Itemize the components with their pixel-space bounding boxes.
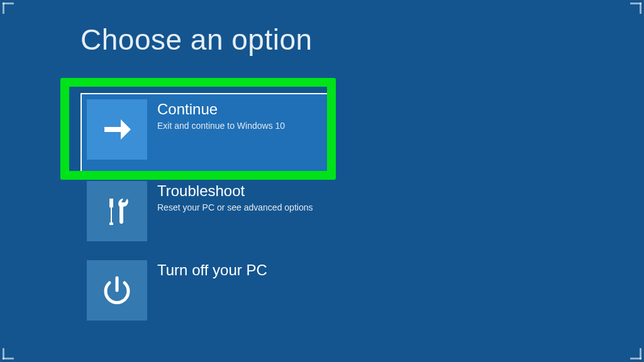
- frame-corner: [3, 3, 20, 20]
- option-text: Troubleshoot Reset your PC or see advanc…: [147, 181, 313, 214]
- svg-rect-0: [104, 127, 122, 132]
- svg-rect-4: [109, 222, 113, 225]
- arrow-right-icon: [87, 99, 147, 160]
- tools-icon: [87, 181, 147, 241]
- option-troubleshoot[interactable]: Troubleshoot Reset your PC or see advanc…: [80, 178, 332, 250]
- svg-rect-2: [109, 199, 113, 207]
- option-text: Turn off your PC: [147, 260, 267, 282]
- option-continue[interactable]: Continue Exit and continue to Windows 10: [80, 93, 332, 175]
- page-title: Choose an option: [80, 23, 313, 57]
- option-turn-off-pc[interactable]: Turn off your PC: [80, 254, 332, 329]
- winre-choose-option-screen: Choose an option Continue Exit and conti…: [0, 0, 644, 362]
- option-desc: Reset your PC or see advanced options: [157, 202, 313, 214]
- option-text: Continue Exit and continue to Windows 10: [147, 99, 285, 132]
- option-label: Troubleshoot: [157, 182, 313, 200]
- option-desc: Exit and continue to Windows 10: [157, 121, 285, 132]
- svg-marker-1: [121, 119, 131, 140]
- svg-rect-3: [111, 207, 112, 224]
- frame-corner: [624, 342, 641, 359]
- option-label: Continue: [157, 101, 285, 118]
- frame-corner: [624, 3, 641, 20]
- options-list: Continue Exit and continue to Windows 10: [80, 93, 332, 332]
- frame-corner: [3, 342, 20, 359]
- option-label: Turn off your PC: [157, 261, 267, 279]
- power-icon: [87, 260, 147, 321]
